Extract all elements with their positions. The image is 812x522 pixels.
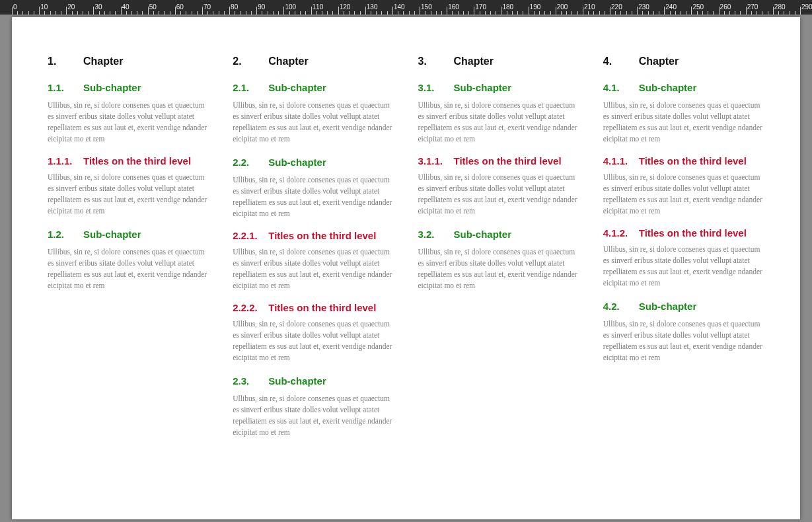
heading-number: 1.1.1. — [48, 155, 83, 167]
ruler-label: 80 — [231, 3, 238, 11]
body-paragraph[interactable]: Ullibus, sin re, si dolore consenes quas… — [603, 244, 764, 289]
ruler-label: 90 — [258, 3, 265, 11]
subchapter-heading[interactable]: 4.1.Sub-chapter — [603, 82, 764, 93]
text-column[interactable]: 1.Chapter1.1.Sub-chapterUllibus, sin re,… — [48, 56, 209, 493]
ruler-label: 110 — [313, 3, 324, 11]
text-column[interactable]: 3.Chapter3.1.Sub-chapterUllibus, sin re,… — [418, 56, 579, 493]
subchapter-heading[interactable]: 2.1.Sub-chapter — [233, 82, 394, 93]
text-column[interactable]: 4.Chapter4.1.Sub-chapterUllibus, sin re,… — [603, 56, 764, 493]
heading-number: 1.2. — [48, 229, 83, 240]
third-level-heading[interactable]: 4.1.1.Titles on the third level — [603, 155, 764, 167]
heading-number: 3.2. — [418, 229, 454, 240]
chapter-heading[interactable]: 1.Chapter — [48, 56, 209, 67]
ruler-label: 250 — [692, 3, 704, 11]
subchapter-heading[interactable]: 2.3.Sub-chapter — [233, 375, 394, 387]
heading-title: Titles on the third level — [268, 302, 376, 313]
subchapter-heading[interactable]: 2.2.Sub-chapter — [233, 157, 394, 168]
third-level-heading[interactable]: 4.1.2.Titles on the third level — [603, 227, 764, 239]
heading-title: Titles on the third level — [83, 155, 191, 167]
third-level-heading[interactable]: 2.2.2.Titles on the third level — [233, 302, 394, 313]
body-paragraph[interactable]: Ullibus, sin re, si dolore consenes quas… — [48, 100, 209, 145]
subchapter-heading[interactable]: 1.1.Sub-chapter — [48, 82, 209, 93]
heading-number: 4.1. — [603, 82, 639, 93]
ruler-label: 230 — [638, 3, 649, 11]
ruler-label: 190 — [530, 3, 541, 11]
chapter-heading[interactable]: 3.Chapter — [418, 56, 579, 67]
body-paragraph[interactable]: Ullibus, sin re, si dolore consenes quas… — [418, 246, 579, 291]
body-paragraph[interactable]: Ullibus, sin re, si dolore consenes quas… — [418, 100, 579, 145]
heading-title: Titles on the third level — [454, 155, 562, 167]
page[interactable]: 1.Chapter1.1.Sub-chapterUllibus, sin re,… — [12, 17, 800, 519]
chapter-title: Chapter — [639, 56, 679, 67]
chapter-title: Chapter — [454, 56, 494, 67]
body-paragraph[interactable]: Ullibus, sin re, si dolore consenes quas… — [603, 100, 764, 145]
chapter-heading[interactable]: 2.Chapter — [233, 56, 394, 67]
ruler-label: 0 — [13, 3, 17, 11]
ruler-label: 30 — [94, 3, 102, 11]
ruler-label: 220 — [611, 3, 622, 11]
heading-title: Titles on the third level — [639, 227, 747, 239]
ruler-label: 120 — [340, 3, 351, 11]
chapter-number: 1. — [48, 56, 83, 67]
subchapter-heading[interactable]: 3.2.Sub-chapter — [418, 229, 579, 240]
heading-title: Sub-chapter — [454, 229, 512, 240]
heading-number: 4.1.1. — [603, 155, 639, 167]
heading-number: 2.1. — [233, 82, 268, 93]
heading-title: Sub-chapter — [268, 157, 326, 168]
ruler-label: 160 — [448, 3, 459, 11]
chapter-title: Chapter — [83, 56, 123, 67]
body-paragraph[interactable]: Ullibus, sin re, si dolore consenes quas… — [233, 100, 394, 145]
ruler-label: 240 — [665, 3, 677, 11]
ruler-label: 200 — [557, 3, 568, 11]
body-paragraph[interactable]: Ullibus, sin re, si dolore consenes quas… — [603, 172, 764, 217]
heading-number: 2.2. — [233, 157, 268, 168]
ruler-label: 210 — [584, 3, 595, 11]
ruler-label: 10 — [40, 3, 48, 11]
heading-number: 4.1.2. — [603, 227, 639, 239]
body-paragraph[interactable]: Ullibus, sin re, si dolore consenes quas… — [48, 172, 209, 217]
body-paragraph[interactable]: Ullibus, sin re, si dolore consenes quas… — [233, 174, 394, 219]
chapter-number: 3. — [418, 56, 454, 67]
chapter-number: 4. — [603, 56, 639, 67]
ruler-label: 100 — [285, 3, 296, 11]
body-paragraph[interactable]: Ullibus, sin re, si dolore consenes quas… — [48, 246, 209, 291]
heading-title: Sub-chapter — [639, 82, 697, 93]
third-level-heading[interactable]: 3.1.1.Titles on the third level — [418, 155, 579, 167]
heading-title: Sub-chapter — [83, 229, 141, 240]
ruler-label: 20 — [67, 3, 75, 11]
ruler-label: 130 — [367, 3, 378, 11]
chapter-heading[interactable]: 4.Chapter — [603, 56, 764, 67]
body-paragraph[interactable]: Ullibus, sin re, si dolore consenes quas… — [233, 246, 394, 291]
heading-title: Titles on the third level — [268, 230, 376, 241]
canvas-area[interactable]: 1.Chapter1.1.Sub-chapterUllibus, sin re,… — [0, 15, 812, 522]
ruler-label: 150 — [421, 3, 432, 11]
chapter-title: Chapter — [268, 56, 308, 67]
ruler-label: 260 — [720, 3, 731, 11]
heading-number: 1.1. — [48, 82, 83, 93]
subchapter-heading[interactable]: 4.2.Sub-chapter — [603, 301, 764, 312]
body-paragraph[interactable]: Ullibus, sin re, si dolore consenes quas… — [603, 318, 764, 363]
horizontal-ruler[interactable]: 0102030405060708090100110120130140150160… — [0, 0, 812, 15]
text-column[interactable]: 2.Chapter2.1.Sub-chapterUllibus, sin re,… — [233, 56, 394, 493]
subchapter-heading[interactable]: 1.2.Sub-chapter — [48, 229, 209, 240]
third-level-heading[interactable]: 2.2.1.Titles on the third level — [233, 230, 394, 241]
heading-number: 2.2.1. — [233, 230, 268, 241]
ruler-label: 60 — [176, 3, 184, 11]
ruler-label: 290 — [801, 3, 812, 11]
ruler-label: 140 — [394, 3, 405, 11]
heading-number: 3.1.1. — [418, 155, 454, 167]
subchapter-heading[interactable]: 3.1.Sub-chapter — [418, 82, 579, 93]
ruler-label: 170 — [475, 3, 486, 11]
heading-title: Sub-chapter — [268, 82, 326, 93]
body-paragraph[interactable]: Ullibus, sin re, si dolore consenes quas… — [233, 393, 394, 438]
chapter-number: 2. — [233, 56, 268, 67]
ruler-label: 40 — [122, 3, 129, 11]
ruler-label: 280 — [774, 3, 786, 11]
body-paragraph[interactable]: Ullibus, sin re, si dolore consenes quas… — [418, 172, 579, 217]
ruler-label: 70 — [203, 3, 211, 11]
third-level-heading[interactable]: 1.1.1.Titles on the third level — [48, 155, 209, 167]
heading-number: 4.2. — [603, 301, 639, 312]
heading-title: Sub-chapter — [454, 82, 512, 93]
body-paragraph[interactable]: Ullibus, sin re, si dolore consenes quas… — [233, 318, 394, 363]
heading-title: Titles on the third level — [639, 155, 747, 167]
